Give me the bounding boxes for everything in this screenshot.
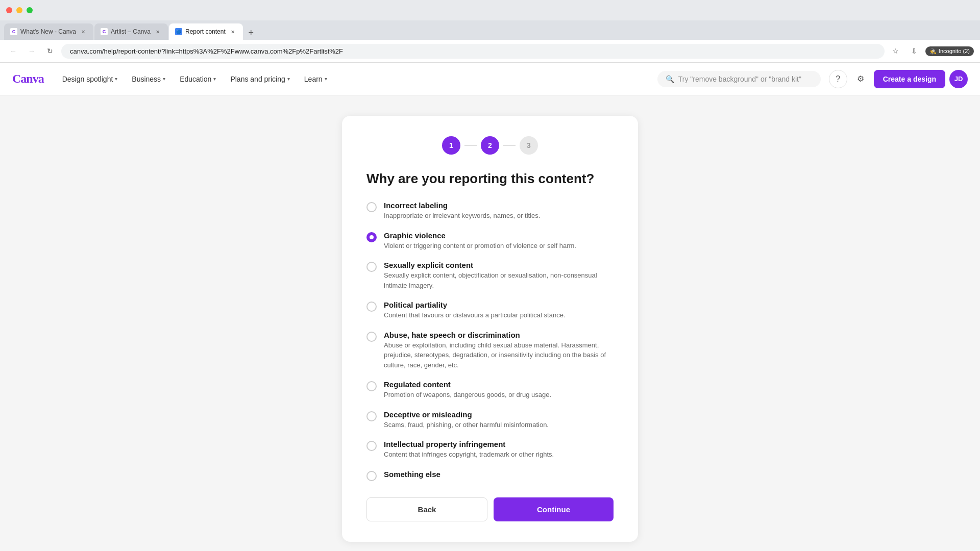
avatar[interactable]: JD [949,70,968,88]
create-design-button[interactable]: Create a design [874,70,945,88]
option-label-something-else: Something else [384,470,440,479]
back-nav-button[interactable]: ← [6,44,20,58]
radio-button-deceptive-misleading[interactable] [366,411,377,421]
tab-artlist[interactable]: C Artlist – Canva ✕ [94,23,168,40]
tab-favicon-1: C [10,28,17,35]
option-desc-incorrect-labeling: Inappropriate or irrelevant keywords, na… [384,211,540,221]
option-regulated-content[interactable]: Regulated content Promotion of weapons, … [366,380,614,400]
tab-report-content[interactable]: 🔵 Report content ✕ [169,23,243,40]
option-text-sexually-explicit: Sexually explicit content Sexually expli… [384,261,614,290]
radio-button-incorrect-labeling[interactable] [366,202,377,212]
tab-label-2: Artlist – Canva [111,28,151,35]
window-controls [6,7,33,13]
incognito-icon: 🕵 [929,48,937,55]
step-3: 3 [520,136,538,155]
radio-button-abuse-hate-speech[interactable] [366,332,377,342]
chevron-down-icon-2: ▾ [163,76,165,82]
tab-label-1: What's New - Canva [20,28,76,35]
option-incorrect-labeling[interactable]: Incorrect labeling Inappropriate or irre… [366,201,614,221]
option-text-deceptive-misleading: Deceptive or misleading Scams, fraud, ph… [384,410,549,430]
option-text-regulated-content: Regulated content Promotion of weapons, … [384,380,551,400]
canva-logo[interactable]: Canva [12,72,44,86]
chevron-down-icon-3: ▾ [213,76,216,82]
option-desc-graphic-violence: Violent or triggering content or promoti… [384,241,576,251]
nav-item-design-spotlight[interactable]: Design spotlight ▾ [56,71,124,87]
nav-actions: ? ⚙ Create a design JD [829,70,968,88]
report-form-card: 1 2 3 Why are you reporting this content… [342,116,638,542]
close-window-button[interactable] [6,7,12,13]
radio-button-ip-infringement[interactable] [366,441,377,451]
option-label-abuse-hate-speech: Abuse, hate speech or discrimination [384,331,614,339]
main-content: 1 2 3 Why are you reporting this content… [0,95,980,551]
option-something-else[interactable]: Something else [366,470,614,481]
option-label-deceptive-misleading: Deceptive or misleading [384,410,549,419]
download-icon[interactable]: ⇩ [907,44,921,58]
star-icon[interactable]: ☆ [889,44,903,58]
nav-label-business: Business [132,75,161,83]
radio-button-regulated-content[interactable] [366,381,377,391]
option-deceptive-misleading[interactable]: Deceptive or misleading Scams, fraud, ph… [366,410,614,430]
option-text-ip-infringement: Intellectual property infringement Conte… [384,440,554,460]
nav-item-business[interactable]: Business ▾ [126,71,172,87]
chevron-down-icon-5: ▾ [325,76,327,82]
nav-label-design-spotlight: Design spotlight [62,75,113,83]
option-abuse-hate-speech[interactable]: Abuse, hate speech or discrimination Abu… [366,331,614,370]
nav-item-learn[interactable]: Learn ▾ [298,71,333,87]
radio-button-political-partiality[interactable] [366,302,377,312]
option-sexually-explicit[interactable]: Sexually explicit content Sexually expli… [366,261,614,290]
option-desc-sexually-explicit: Sexually explicit content, objectificati… [384,270,614,290]
option-label-sexually-explicit: Sexually explicit content [384,261,614,269]
option-graphic-violence[interactable]: Graphic violence Violent or triggering c… [366,231,614,251]
tab-close-3[interactable]: ✕ [229,28,237,36]
tab-close-2[interactable]: ✕ [154,28,162,36]
reload-button[interactable]: ↻ [43,44,57,58]
continue-button[interactable]: Continue [494,497,614,521]
chevron-down-icon-4: ▾ [287,76,290,82]
form-buttons: Back Continue [366,497,614,521]
report-options-list: Incorrect labeling Inappropriate or irre… [366,201,614,481]
option-text-graphic-violence: Graphic violence Violent or triggering c… [384,231,576,251]
option-label-ip-infringement: Intellectual property infringement [384,440,554,448]
help-button[interactable]: ? [829,70,847,88]
back-button[interactable]: Back [366,497,487,521]
option-text-abuse-hate-speech: Abuse, hate speech or discrimination Abu… [384,331,614,370]
step-line-1 [464,145,477,146]
forward-nav-button[interactable]: → [24,44,39,58]
chevron-down-icon-1: ▾ [115,76,117,82]
radio-button-graphic-violence[interactable] [366,232,377,242]
nav-item-plans-pricing[interactable]: Plans and pricing ▾ [224,71,296,87]
option-political-partiality[interactable]: Political partiality Content that favour… [366,300,614,320]
new-tab-button[interactable]: + [244,26,258,40]
option-desc-regulated-content: Promotion of weapons, dangerous goods, o… [384,390,551,400]
tab-favicon-2: C [101,28,108,35]
radio-button-sexually-explicit[interactable] [366,262,377,272]
option-desc-political-partiality: Content that favours or disfavours a par… [384,310,566,320]
tabs-bar: C What's New - Canva ✕ C Artlist – Canva… [0,20,980,40]
title-bar [0,0,980,20]
option-label-graphic-violence: Graphic violence [384,231,576,240]
tab-close-1[interactable]: ✕ [79,28,87,36]
option-ip-infringement[interactable]: Intellectual property infringement Conte… [366,440,614,460]
url-bar[interactable] [61,44,885,59]
option-label-regulated-content: Regulated content [384,380,551,389]
address-bar: ← → ↻ ☆ ⇩ 🕵 Incognito (2) [0,40,980,62]
radio-button-something-else[interactable] [366,471,377,481]
nav-item-education[interactable]: Education ▾ [174,71,222,87]
option-text-political-partiality: Political partiality Content that favour… [384,300,566,320]
search-placeholder: Try "remove background" or "brand kit" [678,75,801,83]
option-label-political-partiality: Political partiality [384,300,566,309]
tab-favicon-3: 🔵 [175,28,182,35]
search-bar[interactable]: 🔍 Try "remove background" or "brand kit" [657,71,821,87]
option-text-something-else: Something else [384,470,440,479]
maximize-window-button[interactable] [27,7,33,13]
option-label-incorrect-labeling: Incorrect labeling [384,201,540,210]
search-icon: 🔍 [666,75,674,83]
step-1: 1 [442,136,460,155]
radio-inner-graphic-violence [370,235,374,239]
step-line-2 [503,145,516,146]
tab-whats-new[interactable]: C What's New - Canva ✕ [4,23,93,40]
settings-button[interactable]: ⚙ [851,70,870,88]
incognito-badge[interactable]: 🕵 Incognito (2) [925,46,974,56]
tab-label-3: Report content [185,28,226,35]
minimize-window-button[interactable] [16,7,22,13]
